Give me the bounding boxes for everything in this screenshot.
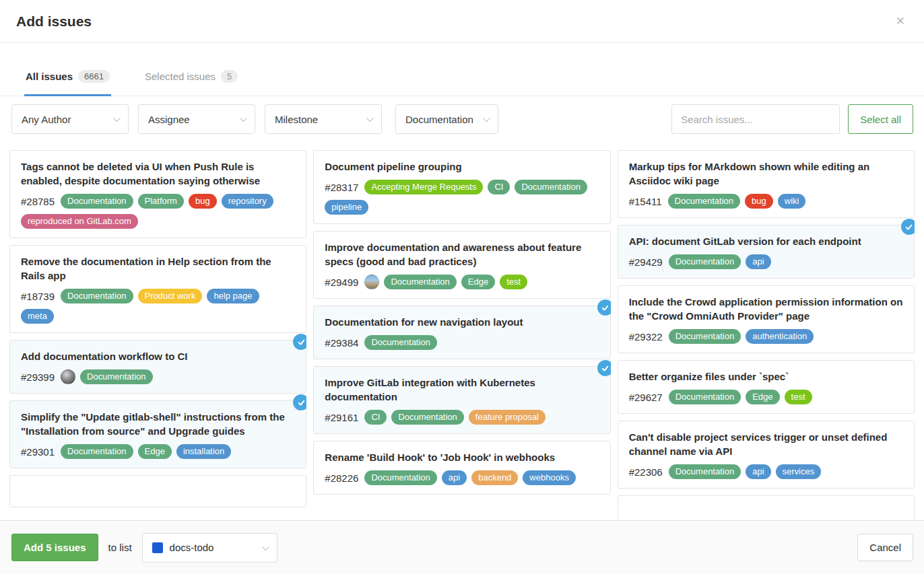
issue-title: API: document GitLab version for each en… [629, 234, 903, 248]
cancel-button[interactable]: Cancel [857, 534, 913, 561]
issue-title: Better organize files under `spec` [629, 369, 903, 384]
label-filter-dropdown[interactable]: Documentation [395, 104, 498, 134]
list-name: docs-todo [170, 542, 214, 553]
issue-label: api [746, 464, 770, 479]
selected-check-icon [597, 299, 611, 316]
issue-label: Edge [138, 444, 172, 459]
issue-card[interactable]: Rename 'Build Hook' to 'Job Hook' in web… [313, 441, 610, 495]
issue-label: Platform [138, 194, 184, 209]
issue-label: test [500, 275, 527, 289]
issues-board: Tags cannot be deleted via UI when Push … [0, 150, 924, 520]
chevron-down-icon [113, 114, 121, 122]
issue-card[interactable]: Better organize files under `spec`#29627… [618, 360, 915, 414]
issue-label: pipeline [325, 200, 368, 215]
close-button[interactable]: ✕ [893, 13, 908, 30]
issue-id: #29499 [325, 277, 358, 288]
issue-id: #18739 [21, 291, 55, 302]
issue-label: Documentation [364, 335, 436, 350]
issue-id: #28226 [325, 472, 358, 484]
issue-meta-row: #28317Accepting Merge RequestsCIDocument… [325, 180, 599, 215]
issue-label: bug [745, 194, 773, 209]
chevron-down-icon [240, 114, 247, 122]
avatar [364, 275, 379, 289]
issue-label: test [785, 390, 812, 404]
milestone-filter-dropdown[interactable]: Milestone [265, 104, 382, 134]
issue-card[interactable] [618, 495, 915, 520]
milestone-filter-value: Milestone [275, 114, 318, 125]
tab-all-issues-label: All issues [26, 71, 73, 82]
issue-title: Can't disable project services trigger o… [629, 430, 903, 458]
select-all-button[interactable]: Select all [848, 104, 913, 134]
add-issues-button[interactable]: Add 5 issues [11, 534, 98, 561]
issue-card[interactable]: Improve documentation and awareness abou… [313, 231, 610, 299]
issue-id: #29627 [629, 392, 663, 403]
issue-title: Add documentation workflow to CI [21, 349, 295, 363]
selected-check-icon [293, 334, 306, 350]
issue-card[interactable]: Markup tips for MArkdown shown while edi… [618, 150, 915, 218]
issue-label: Documentation [80, 369, 152, 384]
issue-label: Edge [746, 390, 779, 404]
issue-meta-row: #28226Documentationapibackendwebhooks [325, 470, 599, 485]
issue-label: bug [189, 194, 217, 209]
issue-label: Documentation [669, 464, 741, 479]
issue-label: CI [364, 410, 387, 425]
list-dropdown[interactable]: docs-todo [142, 533, 277, 563]
issue-meta-row: #28785DocumentationPlatformbugrepository… [21, 194, 295, 229]
issue-card[interactable]: Simplify the "Update gitlab-shell" instr… [9, 400, 306, 468]
issue-id: #29161 [325, 412, 358, 423]
issue-meta-row: #29399Documentation [21, 369, 295, 384]
assignee-filter-value: Assignee [148, 114, 190, 125]
issue-card[interactable]: Remove the documentation in Help section… [9, 245, 306, 333]
issue-card[interactable]: Improve GitLab integration with Kubernet… [313, 366, 610, 434]
issue-meta-row: #29384Documentation [325, 335, 599, 350]
issue-id: #29429 [629, 256, 663, 268]
to-list-label: to list [108, 542, 132, 553]
issue-label: Accepting Merge Requests [364, 180, 483, 194]
issue-card[interactable]: Add documentation workflow to CI#29399Do… [9, 340, 306, 394]
issue-label: Documentation [384, 275, 456, 289]
issue-card[interactable]: Document pipeline grouping#28317Acceptin… [313, 150, 610, 224]
tab-all-issues[interactable]: All issues 6661 [24, 70, 111, 96]
issue-label: Documentation [669, 390, 741, 404]
issue-label: Documentation [61, 194, 133, 209]
issue-title: Include the Crowd application permission… [629, 295, 903, 323]
assignee-filter-dropdown[interactable]: Assignee [138, 104, 255, 134]
issue-card[interactable]: Include the Crowd application permission… [618, 285, 915, 353]
issue-title: Improve documentation and awareness abou… [325, 240, 599, 268]
issue-label: meta [21, 309, 54, 324]
issue-label: Documentation [669, 329, 741, 344]
issue-label: installation [176, 444, 231, 459]
issue-title: Document pipeline grouping [325, 159, 599, 174]
issue-label: Documentation [669, 254, 741, 269]
issue-card[interactable]: API: document GitLab version for each en… [618, 225, 915, 279]
close-icon: ✕ [896, 15, 905, 28]
selected-check-icon [293, 394, 306, 410]
author-filter-dropdown[interactable]: Any Author [11, 104, 129, 134]
filters-row: Any Author Assignee Milestone Documentat… [0, 96, 924, 142]
issue-card[interactable]: Tags cannot be deleted via UI when Push … [9, 150, 306, 238]
tab-selected-issues-count: 5 [221, 70, 238, 83]
issue-label: backend [471, 470, 518, 485]
search-input[interactable] [671, 104, 840, 134]
issue-title: Rename 'Build Hook' to 'Job Hook' in web… [325, 450, 599, 464]
issue-meta-row: #22306Documentationapiservices [629, 464, 903, 479]
issue-title: Improve GitLab integration with Kubernet… [325, 375, 599, 404]
issue-label: feature proposal [469, 410, 546, 425]
issue-label: webhooks [523, 470, 576, 485]
modal-footer: Add 5 issues to list docs-todo Cancel [0, 520, 924, 574]
issue-id: #29384 [325, 337, 358, 349]
issue-label: help page [207, 289, 259, 303]
issue-card[interactable] [9, 475, 306, 507]
issue-label: api [746, 254, 770, 269]
issue-label: services [776, 464, 822, 479]
issue-card[interactable]: Documentation for new navigation layout#… [313, 306, 610, 359]
issue-label: Edge [461, 275, 495, 289]
issue-card[interactable]: Can't disable project services trigger o… [618, 421, 915, 489]
tab-selected-issues[interactable]: Selected issues 5 [143, 70, 239, 96]
selected-check-icon [901, 219, 915, 235]
issue-label: Product work [138, 289, 203, 303]
issue-label: CI [488, 180, 510, 194]
issue-id: #29399 [21, 371, 55, 383]
issue-label: api [442, 470, 467, 485]
issue-id: #29301 [21, 446, 55, 458]
